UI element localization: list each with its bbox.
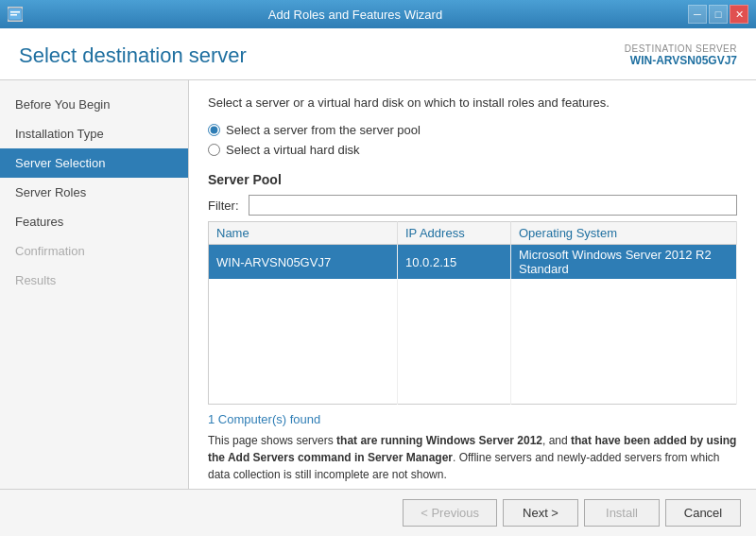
filter-label: Filter: — [208, 199, 241, 213]
cancel-button[interactable]: Cancel — [665, 499, 741, 527]
radio-server-pool[interactable]: Select a server from the server pool — [208, 123, 737, 137]
sidebar: Before You Begin Installation Type Serve… — [0, 80, 189, 489]
col-os: Operating System — [511, 222, 737, 245]
empty-row — [209, 320, 737, 341]
radio-virtual-disk-input[interactable] — [208, 144, 220, 156]
wizard-footer: < Previous Next > Install Cancel — [0, 489, 756, 536]
server-name: WIN-ARVSN05GVJ7 — [625, 54, 737, 67]
filter-row: Filter: — [208, 195, 737, 216]
sidebar-item-server-roles[interactable]: Server Roles — [0, 178, 188, 207]
table-header-row: Name IP Address Operating System — [209, 222, 737, 245]
wizard-header: Select destination server DESTINATION SE… — [0, 28, 756, 80]
empty-row — [209, 362, 737, 383]
minimize-button[interactable]: ─ — [688, 5, 707, 24]
col-name: Name — [209, 222, 398, 245]
empty-row — [209, 279, 737, 300]
sidebar-item-results: Results — [0, 266, 188, 295]
sidebar-item-installation-type[interactable]: Installation Type — [0, 119, 188, 148]
server-pool-title: Server Pool — [208, 172, 737, 187]
sidebar-item-features[interactable]: Features — [0, 207, 188, 236]
radio-virtual-disk-label: Select a virtual hard disk — [226, 143, 360, 157]
next-button[interactable]: Next > — [503, 499, 578, 527]
found-count: 1 Computer(s) found — [208, 412, 737, 426]
radio-server-pool-input[interactable] — [208, 124, 220, 136]
sidebar-item-confirmation: Confirmation — [0, 236, 188, 266]
radio-group: Select a server from the server pool Sel… — [208, 123, 737, 157]
destination-server-info: DESTINATION SERVER WIN-ARVSN05GVJ7 — [625, 43, 737, 67]
empty-row — [209, 383, 737, 404]
svg-rect-1 — [10, 11, 20, 13]
filter-input[interactable] — [249, 195, 737, 216]
radio-server-pool-label: Select a server from the server pool — [226, 123, 421, 137]
info-text: This page shows servers that are running… — [208, 432, 737, 483]
destination-label: DESTINATION SERVER — [625, 43, 737, 54]
maximize-button[interactable]: □ — [709, 5, 728, 24]
close-button[interactable]: ✕ — [730, 5, 748, 24]
title-bar-title: Add Roles and Features Wizard — [23, 8, 688, 22]
sidebar-item-server-selection[interactable]: Server Selection — [0, 148, 188, 178]
title-bar-controls: ─ □ ✕ — [688, 5, 748, 24]
server-table: Name IP Address Operating System WIN-ARV… — [208, 221, 737, 405]
empty-row — [209, 341, 737, 362]
content-description: Select a server or a virtual hard disk o… — [208, 95, 737, 110]
install-button[interactable]: Install — [584, 499, 660, 527]
sidebar-item-before-you-begin[interactable]: Before You Begin — [0, 90, 188, 119]
content-area: Select a server or a virtual hard disk o… — [189, 80, 756, 489]
svg-rect-2 — [10, 14, 17, 16]
col-ip: IP Address — [398, 222, 511, 245]
wizard-container: Select destination server DESTINATION SE… — [0, 28, 756, 536]
page-title: Select destination server — [19, 43, 247, 68]
radio-virtual-disk[interactable]: Select a virtual hard disk — [208, 143, 737, 157]
previous-button[interactable]: < Previous — [403, 499, 497, 527]
wizard-body: Before You Begin Installation Type Serve… — [0, 80, 756, 489]
wizard-icon — [8, 7, 23, 22]
empty-row — [209, 300, 737, 320]
title-bar: Add Roles and Features Wizard ─ □ ✕ — [0, 0, 756, 28]
table-row[interactable]: WIN-ARVSN05GVJ710.0.2.15Microsoft Window… — [209, 245, 737, 280]
